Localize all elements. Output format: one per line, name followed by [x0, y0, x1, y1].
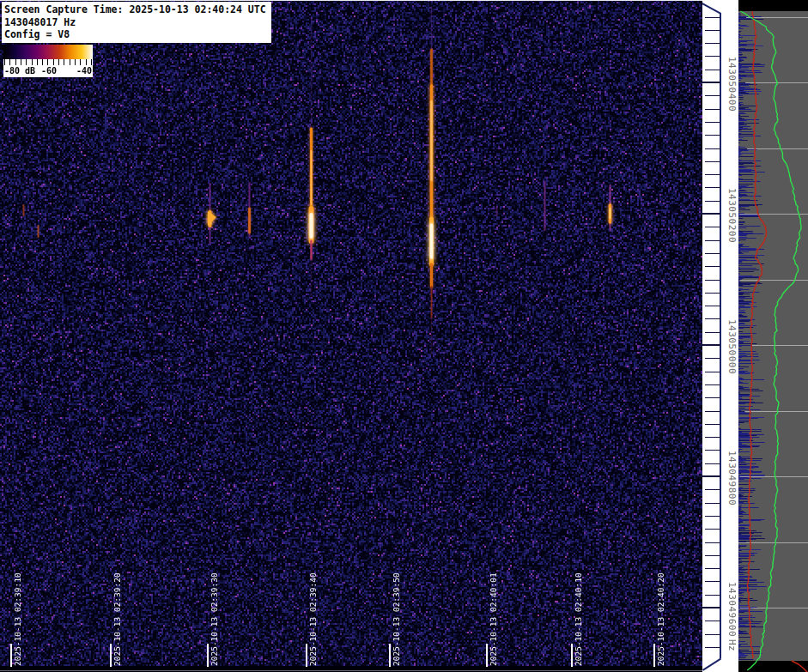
frequency-major-tick	[697, 213, 720, 215]
color-scale-tick	[47, 59, 48, 65]
frequency-minor-tick	[705, 568, 720, 569]
frequency-axis-label: 143050200	[726, 188, 737, 243]
spectrum-lab-window: Screen Capture Time: 2025-10-13 02:40:24…	[0, 0, 808, 672]
frequency-minor-tick	[705, 109, 720, 110]
color-scale-tick	[4, 59, 5, 65]
frequency-minor-tick	[705, 187, 720, 188]
config-text: Config = V8	[4, 28, 269, 41]
frequency-minor-tick	[705, 148, 720, 149]
frequency-minor-tick	[705, 450, 720, 451]
capture-info-overlay: Screen Capture Time: 2025-10-13 02:40:24…	[2, 2, 271, 43]
time-axis-label: 2025-10-13 02:39:40	[308, 572, 318, 666]
color-scale-tick	[64, 59, 64, 65]
color-scale-tick	[86, 59, 87, 65]
time-axis-label: 2025-10-13 02:39:30	[210, 572, 219, 666]
frequency-minor-tick	[705, 122, 720, 123]
frequency-minor-tick	[705, 503, 720, 504]
frequency-minor-tick	[705, 43, 720, 44]
color-scale-label: -40	[76, 66, 92, 76]
time-axis-tick	[207, 644, 209, 667]
color-scale-tick	[26, 59, 27, 65]
color-scale-tick	[9, 59, 10, 65]
frequency-major-tick	[697, 607, 720, 608]
frequency-minor-tick	[705, 306, 720, 306]
frequency-axis-line	[720, 13, 721, 658]
color-scale-tick	[80, 59, 81, 65]
frequency-axis-bend-top	[702, 3, 721, 15]
frequency-minor-tick	[705, 397, 720, 398]
frequency-readout-text: 143048017 Hz	[4, 16, 269, 29]
frequency-minor-tick	[705, 201, 720, 202]
color-scale-tick	[42, 59, 43, 65]
time-axis-tick	[653, 644, 655, 667]
frequency-minor-tick	[705, 581, 720, 582]
color-scale-tick	[91, 59, 92, 65]
color-scale-tick	[75, 59, 76, 65]
waterfall-spectrogram-canvas	[0, 0, 702, 672]
color-scale-label: -60	[41, 66, 57, 76]
frequency-unit-label: Hz	[726, 639, 737, 651]
time-axis-label: 2025-10-13 02:40:10	[574, 572, 583, 666]
frequency-axis-bend-bottom	[702, 658, 721, 671]
frequency-minor-tick	[705, 372, 720, 372]
frequency-minor-tick	[705, 542, 720, 543]
frequency-minor-tick	[705, 161, 720, 162]
time-axis-label: 2025-10-13 02:40:20	[656, 572, 665, 666]
time-axis-label: 2025-10-13 02:39:20	[112, 572, 122, 666]
color-scale-tick	[21, 59, 21, 65]
frequency-axis: 1430504001430502001430500001430498001430…	[702, 0, 738, 672]
frequency-minor-tick	[705, 595, 720, 596]
frequency-minor-tick	[705, 318, 720, 319]
time-axis-tick	[571, 644, 573, 667]
frequency-minor-tick	[705, 70, 720, 70]
color-scale-tick	[37, 59, 38, 65]
frequency-minor-tick	[705, 424, 720, 425]
time-axis-label: 2025-10-13 02:39:10	[13, 572, 22, 666]
frequency-minor-tick	[705, 358, 720, 359]
frequency-major-tick	[697, 475, 720, 477]
color-scale-tick	[15, 59, 16, 65]
frequency-minor-tick	[705, 56, 720, 57]
frequency-minor-tick	[705, 332, 720, 333]
frequency-axis-label: 143050400	[726, 57, 737, 112]
frequency-minor-tick	[705, 280, 720, 281]
frequency-minor-tick	[705, 621, 720, 621]
frequency-minor-tick	[705, 174, 720, 175]
frequency-minor-tick	[705, 17, 720, 18]
time-axis-tick	[10, 644, 12, 667]
frequency-minor-tick	[705, 240, 720, 241]
frequency-minor-tick	[705, 463, 720, 464]
frequency-minor-tick	[705, 30, 720, 31]
frequency-minor-tick	[705, 634, 720, 635]
frequency-axis-label: 143050000	[726, 319, 737, 374]
frequency-axis-label: 143049600	[726, 582, 737, 637]
color-scale-gradient	[3, 45, 93, 59]
frequency-minor-tick	[705, 253, 720, 254]
frequency-minor-tick	[705, 529, 720, 530]
frequency-minor-tick	[705, 489, 720, 490]
frequency-minor-tick	[705, 266, 720, 267]
frequency-minor-tick	[705, 95, 720, 96]
frequency-minor-tick	[705, 437, 720, 438]
color-scale-tick	[53, 59, 54, 65]
time-axis-tick	[306, 644, 307, 667]
frequency-minor-tick	[705, 135, 720, 136]
time-axis-tick	[389, 644, 391, 667]
frequency-axis-label: 143049800	[726, 451, 737, 506]
color-scale-tick	[70, 59, 70, 65]
frequency-minor-tick	[705, 411, 720, 412]
spectrum-side-panel-canvas	[738, 0, 808, 672]
capture-time-text: Screen Capture Time: 2025-10-13 02:40:24…	[4, 3, 269, 16]
frequency-minor-tick	[705, 647, 720, 648]
time-axis-tick	[486, 644, 488, 667]
color-scale-legend: -80 dB-60-40	[3, 45, 93, 77]
frequency-minor-tick	[705, 293, 720, 294]
color-scale-label: -80 dB	[4, 66, 35, 76]
time-axis-label: 2025-10-13 02:40:01	[489, 572, 498, 666]
time-axis-label: 2025-10-13 02:39:50	[392, 572, 401, 666]
frequency-major-tick	[697, 344, 720, 346]
frequency-minor-tick	[705, 384, 720, 385]
time-axis-tick	[110, 644, 112, 667]
color-scale-tick	[58, 59, 59, 65]
frequency-minor-tick	[705, 227, 720, 227]
